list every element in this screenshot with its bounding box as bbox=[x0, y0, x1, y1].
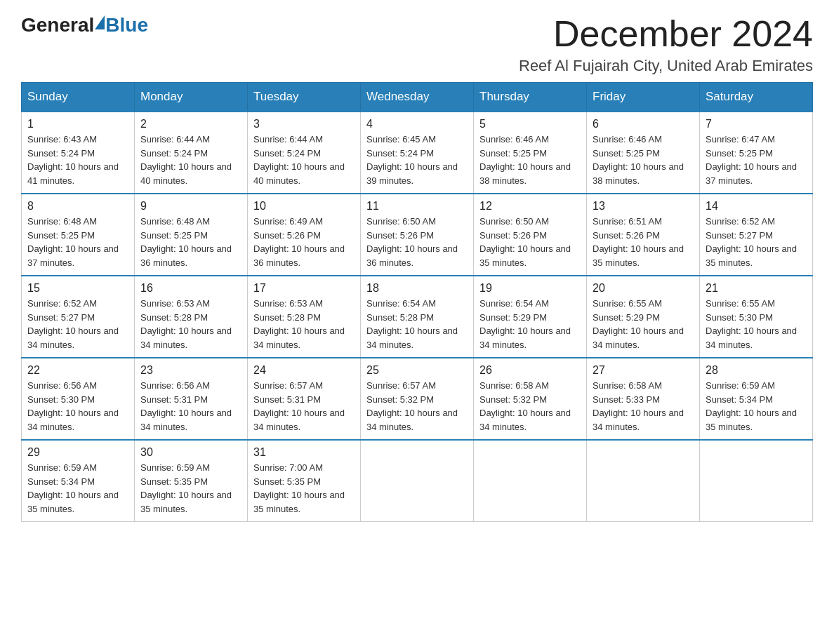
table-row: 22 Sunrise: 6:56 AM Sunset: 5:30 PM Dayl… bbox=[22, 358, 135, 440]
day-info: Sunrise: 6:50 AM Sunset: 5:26 PM Dayligh… bbox=[479, 215, 581, 269]
day-info: Sunrise: 6:54 AM Sunset: 5:28 PM Dayligh… bbox=[366, 297, 468, 351]
day-number: 5 bbox=[479, 118, 581, 130]
table-row: 10 Sunrise: 6:49 AM Sunset: 5:26 PM Dayl… bbox=[248, 194, 361, 276]
calendar-week-row: 29 Sunrise: 6:59 AM Sunset: 5:34 PM Dayl… bbox=[22, 440, 813, 522]
logo-triangle-icon bbox=[95, 15, 105, 29]
day-info: Sunrise: 7:00 AM Sunset: 5:35 PM Dayligh… bbox=[253, 461, 355, 516]
day-number: 28 bbox=[706, 364, 807, 377]
day-number: 30 bbox=[140, 446, 241, 459]
day-number: 17 bbox=[253, 282, 355, 295]
day-info: Sunrise: 6:53 AM Sunset: 5:28 PM Dayligh… bbox=[253, 297, 355, 351]
table-row: 4 Sunrise: 6:45 AM Sunset: 5:24 PM Dayli… bbox=[361, 112, 474, 194]
day-number: 13 bbox=[593, 200, 694, 213]
day-number: 18 bbox=[366, 282, 468, 295]
table-row bbox=[700, 440, 813, 522]
day-info: Sunrise: 6:46 AM Sunset: 5:25 PM Dayligh… bbox=[593, 133, 694, 187]
day-number: 21 bbox=[706, 282, 807, 295]
table-row: 18 Sunrise: 6:54 AM Sunset: 5:28 PM Dayl… bbox=[361, 276, 474, 358]
day-number: 8 bbox=[27, 200, 128, 213]
day-info: Sunrise: 6:49 AM Sunset: 5:26 PM Dayligh… bbox=[253, 215, 355, 269]
table-row: 19 Sunrise: 6:54 AM Sunset: 5:29 PM Dayl… bbox=[474, 276, 587, 358]
day-number: 11 bbox=[366, 200, 468, 213]
month-title: December 2024 bbox=[519, 14, 813, 54]
day-info: Sunrise: 6:44 AM Sunset: 5:24 PM Dayligh… bbox=[253, 133, 355, 187]
table-row: 29 Sunrise: 6:59 AM Sunset: 5:34 PM Dayl… bbox=[22, 440, 135, 522]
table-row: 23 Sunrise: 6:56 AM Sunset: 5:31 PM Dayl… bbox=[135, 358, 248, 440]
day-info: Sunrise: 6:55 AM Sunset: 5:29 PM Dayligh… bbox=[593, 297, 694, 351]
day-info: Sunrise: 6:59 AM Sunset: 5:34 PM Dayligh… bbox=[27, 461, 128, 516]
table-row: 16 Sunrise: 6:53 AM Sunset: 5:28 PM Dayl… bbox=[135, 276, 248, 358]
table-row: 26 Sunrise: 6:58 AM Sunset: 5:32 PM Dayl… bbox=[474, 358, 587, 440]
day-number: 4 bbox=[366, 118, 468, 130]
day-info: Sunrise: 6:44 AM Sunset: 5:24 PM Dayligh… bbox=[140, 133, 241, 187]
table-row: 24 Sunrise: 6:57 AM Sunset: 5:31 PM Dayl… bbox=[248, 358, 361, 440]
table-row: 2 Sunrise: 6:44 AM Sunset: 5:24 PM Dayli… bbox=[135, 112, 248, 194]
day-number: 19 bbox=[479, 282, 581, 295]
table-row bbox=[587, 440, 700, 522]
day-number: 31 bbox=[253, 446, 355, 459]
day-info: Sunrise: 6:55 AM Sunset: 5:30 PM Dayligh… bbox=[706, 297, 807, 351]
logo-general-text: General bbox=[21, 14, 94, 36]
day-number: 29 bbox=[27, 446, 128, 459]
calendar-week-row: 8 Sunrise: 6:48 AM Sunset: 5:25 PM Dayli… bbox=[22, 194, 813, 276]
header-sunday: Sunday bbox=[22, 83, 135, 112]
day-info: Sunrise: 6:48 AM Sunset: 5:25 PM Dayligh… bbox=[27, 215, 128, 269]
day-info: Sunrise: 6:43 AM Sunset: 5:24 PM Dayligh… bbox=[27, 133, 128, 187]
day-info: Sunrise: 6:56 AM Sunset: 5:31 PM Dayligh… bbox=[140, 379, 241, 434]
day-info: Sunrise: 6:59 AM Sunset: 5:34 PM Dayligh… bbox=[706, 379, 807, 434]
day-info: Sunrise: 6:53 AM Sunset: 5:28 PM Dayligh… bbox=[140, 297, 241, 351]
table-row bbox=[474, 440, 587, 522]
day-number: 9 bbox=[140, 200, 241, 213]
location-title: Reef Al Fujairah City, United Arab Emira… bbox=[519, 57, 813, 75]
table-row: 7 Sunrise: 6:47 AM Sunset: 5:25 PM Dayli… bbox=[700, 112, 813, 194]
weekday-header-row: Sunday Monday Tuesday Wednesday Thursday… bbox=[22, 83, 813, 112]
table-row: 31 Sunrise: 7:00 AM Sunset: 5:35 PM Dayl… bbox=[248, 440, 361, 522]
day-info: Sunrise: 6:50 AM Sunset: 5:26 PM Dayligh… bbox=[366, 215, 468, 269]
day-info: Sunrise: 6:59 AM Sunset: 5:35 PM Dayligh… bbox=[140, 461, 241, 516]
day-number: 22 bbox=[27, 364, 128, 377]
table-row: 30 Sunrise: 6:59 AM Sunset: 5:35 PM Dayl… bbox=[135, 440, 248, 522]
day-number: 26 bbox=[479, 364, 581, 377]
day-number: 20 bbox=[593, 282, 694, 295]
title-area: December 2024 Reef Al Fujairah City, Uni… bbox=[519, 14, 813, 75]
table-row: 28 Sunrise: 6:59 AM Sunset: 5:34 PM Dayl… bbox=[700, 358, 813, 440]
day-info: Sunrise: 6:47 AM Sunset: 5:25 PM Dayligh… bbox=[706, 133, 807, 187]
header-thursday: Thursday bbox=[474, 83, 587, 112]
day-number: 14 bbox=[706, 200, 807, 213]
day-number: 1 bbox=[27, 118, 128, 130]
table-row: 9 Sunrise: 6:48 AM Sunset: 5:25 PM Dayli… bbox=[135, 194, 248, 276]
table-row: 1 Sunrise: 6:43 AM Sunset: 5:24 PM Dayli… bbox=[22, 112, 135, 194]
day-number: 7 bbox=[706, 118, 807, 130]
day-number: 16 bbox=[140, 282, 241, 295]
day-info: Sunrise: 6:46 AM Sunset: 5:25 PM Dayligh… bbox=[479, 133, 581, 187]
header-monday: Monday bbox=[135, 83, 248, 112]
table-row: 21 Sunrise: 6:55 AM Sunset: 5:30 PM Dayl… bbox=[700, 276, 813, 358]
day-number: 23 bbox=[140, 364, 241, 377]
calendar-week-row: 15 Sunrise: 6:52 AM Sunset: 5:27 PM Dayl… bbox=[22, 276, 813, 358]
day-info: Sunrise: 6:51 AM Sunset: 5:26 PM Dayligh… bbox=[593, 215, 694, 269]
logo-blue-text: Blue bbox=[105, 14, 148, 36]
table-row bbox=[361, 440, 474, 522]
day-info: Sunrise: 6:52 AM Sunset: 5:27 PM Dayligh… bbox=[27, 297, 128, 351]
day-info: Sunrise: 6:52 AM Sunset: 5:27 PM Dayligh… bbox=[706, 215, 807, 269]
header-wednesday: Wednesday bbox=[361, 83, 474, 112]
day-number: 25 bbox=[366, 364, 468, 377]
day-info: Sunrise: 6:57 AM Sunset: 5:32 PM Dayligh… bbox=[366, 379, 468, 434]
calendar-week-row: 1 Sunrise: 6:43 AM Sunset: 5:24 PM Dayli… bbox=[22, 112, 813, 194]
day-info: Sunrise: 6:45 AM Sunset: 5:24 PM Dayligh… bbox=[366, 133, 468, 187]
table-row: 5 Sunrise: 6:46 AM Sunset: 5:25 PM Dayli… bbox=[474, 112, 587, 194]
table-row: 12 Sunrise: 6:50 AM Sunset: 5:26 PM Dayl… bbox=[474, 194, 587, 276]
table-row: 6 Sunrise: 6:46 AM Sunset: 5:25 PM Dayli… bbox=[587, 112, 700, 194]
day-info: Sunrise: 6:56 AM Sunset: 5:30 PM Dayligh… bbox=[27, 379, 128, 434]
day-number: 15 bbox=[27, 282, 128, 295]
header-tuesday: Tuesday bbox=[248, 83, 361, 112]
day-number: 27 bbox=[593, 364, 694, 377]
day-info: Sunrise: 6:58 AM Sunset: 5:32 PM Dayligh… bbox=[479, 379, 581, 434]
day-number: 3 bbox=[253, 118, 355, 130]
table-row: 8 Sunrise: 6:48 AM Sunset: 5:25 PM Dayli… bbox=[22, 194, 135, 276]
calendar-table: Sunday Monday Tuesday Wednesday Thursday… bbox=[21, 82, 813, 522]
logo: General Blue bbox=[21, 14, 148, 36]
table-row: 3 Sunrise: 6:44 AM Sunset: 5:24 PM Dayli… bbox=[248, 112, 361, 194]
table-row: 20 Sunrise: 6:55 AM Sunset: 5:29 PM Dayl… bbox=[587, 276, 700, 358]
table-row: 13 Sunrise: 6:51 AM Sunset: 5:26 PM Dayl… bbox=[587, 194, 700, 276]
